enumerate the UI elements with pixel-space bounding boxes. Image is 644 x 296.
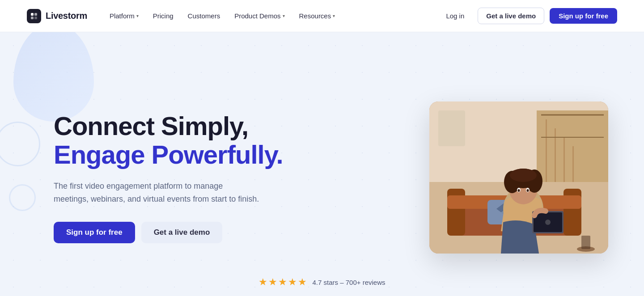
star-icons: ★★★★★ bbox=[258, 276, 308, 288]
svg-point-28 bbox=[518, 189, 520, 192]
hero-title-line2: Engage Powerfully. bbox=[54, 140, 283, 169]
svg-rect-9 bbox=[564, 137, 565, 182]
blob-top-left bbox=[13, 32, 94, 122]
hero-image-wrapper bbox=[429, 101, 608, 254]
svg-rect-2 bbox=[31, 17, 34, 19]
platform-chevron-icon: ▾ bbox=[136, 13, 139, 18]
login-button[interactable]: Log in bbox=[438, 8, 472, 24]
blob-left-mid bbox=[0, 122, 40, 166]
demo-hero-button[interactable]: Get a live demo bbox=[141, 222, 223, 243]
signup-hero-button[interactable]: Sign up for free bbox=[54, 222, 135, 243]
stars-section: ★★★★★ 4.7 stars – 700+ reviews bbox=[258, 276, 385, 288]
svg-point-29 bbox=[527, 189, 529, 192]
nav-resources[interactable]: Resources ▾ bbox=[293, 8, 342, 23]
stars-text: 4.7 stars – 700+ reviews bbox=[312, 279, 385, 286]
resources-chevron-icon: ▾ bbox=[333, 13, 335, 18]
svg-rect-35 bbox=[581, 236, 590, 249]
svg-rect-10 bbox=[572, 146, 574, 182]
svg-rect-0 bbox=[31, 13, 34, 16]
svg-rect-33 bbox=[438, 110, 465, 146]
hero-title-line1: Connect Simply, bbox=[54, 112, 283, 140]
nav-customers[interactable]: Customers bbox=[182, 8, 227, 23]
navbar: Livestorm Platform ▾ Pricing Customers P… bbox=[0, 0, 644, 32]
svg-rect-3 bbox=[34, 17, 37, 19]
svg-rect-7 bbox=[546, 119, 547, 182]
nav-left: Livestorm Platform ▾ Pricing Customers P… bbox=[27, 8, 341, 23]
hero-buttons: Sign up for free Get a live demo bbox=[54, 222, 283, 243]
svg-point-32 bbox=[545, 220, 551, 225]
svg-point-25 bbox=[510, 169, 537, 182]
get-demo-button[interactable]: Get a live demo bbox=[478, 8, 544, 24]
product-demos-chevron-icon: ▾ bbox=[283, 13, 285, 18]
logo-icon bbox=[27, 9, 41, 23]
hero-content: Connect Simply, Engage Powerfully. The f… bbox=[54, 112, 283, 243]
nav-pricing[interactable]: Pricing bbox=[147, 8, 180, 23]
hero-subtitle: The first video engagement platform to m… bbox=[54, 180, 259, 206]
logo-text: Livestorm bbox=[46, 11, 87, 21]
nav-platform[interactable]: Platform ▾ bbox=[103, 8, 145, 23]
svg-rect-8 bbox=[555, 128, 556, 182]
nav-links: Platform ▾ Pricing Customers Product Dem… bbox=[103, 8, 341, 23]
signup-nav-button[interactable]: Sign up for free bbox=[550, 8, 617, 24]
nav-right: Log in Get a live demo Sign up for free bbox=[438, 8, 617, 24]
logo[interactable]: Livestorm bbox=[27, 9, 87, 23]
nav-product-demos[interactable]: Product Demos ▾ bbox=[228, 8, 291, 23]
svg-rect-1 bbox=[34, 13, 37, 16]
hero-image bbox=[429, 101, 608, 254]
blob-left-low bbox=[9, 184, 36, 211]
hero-section: Connect Simply, Engage Powerfully. The f… bbox=[0, 32, 644, 296]
